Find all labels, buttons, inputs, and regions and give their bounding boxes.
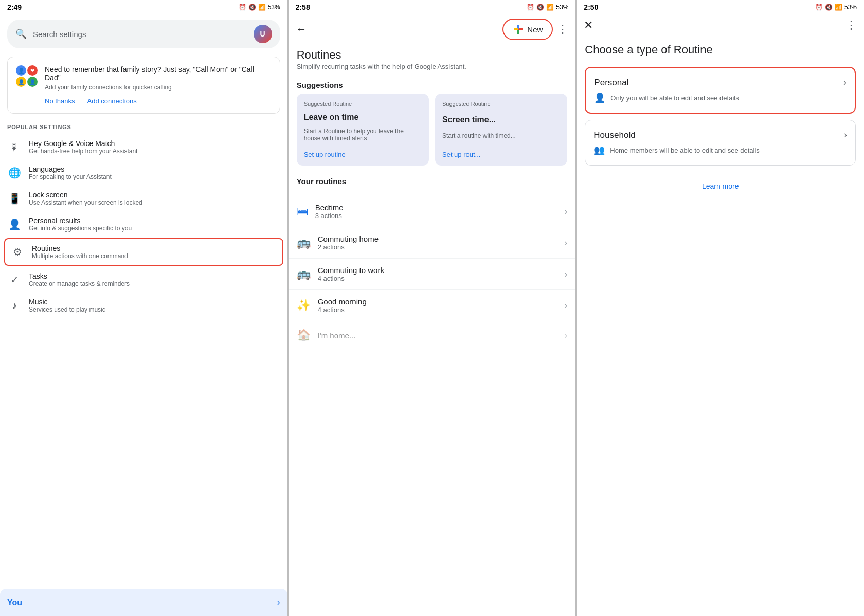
more-button-3[interactable]: ⋮ [845,19,857,32]
tasks-icon: ✓ [7,273,22,287]
setting-routines[interactable]: ⚙ Routines Multiple actions with one com… [4,238,283,266]
setting-personal-results[interactable]: 👤 Personal results Get info & suggestion… [0,211,287,237]
setting-name: Personal results [29,216,280,225]
mute-icon-3: 🔇 [825,4,833,11]
suggestion-title: Leave on time [304,113,422,122]
languages-icon: 🌐 [7,166,22,180]
personal-option-title: Personal [594,78,628,88]
family-icon-blue: 👤 [16,65,26,76]
close-button[interactable]: ✕ [584,19,593,32]
status-icons-1: ⏰ 🔇 📶 53% [239,4,280,11]
household-option-header: Household › [593,130,847,140]
setting-text: Lock screen Use Assistant when your scre… [29,191,280,206]
wifi-icon-2: 📶 [546,4,554,11]
household-chevron-icon: › [844,130,847,140]
setting-text: Routines Multiple actions with one comma… [32,244,277,260]
svg-rect-3 [517,30,519,34]
household-desc: Home members will be able to edit and se… [610,147,759,154]
household-icon: 👥 [593,144,605,156]
more-button[interactable]: ⋮ [557,23,568,36]
settings-list: 🎙 Hey Google & Voice Match Get hands-fre… [0,134,287,318]
routine-name: I'm home... [318,331,565,340]
personal-option-sub: 👤 Only you will be able to edit and see … [594,92,847,103]
screen2-topbar: ← New ⋮ [289,14,576,44]
promo-actions: No thanks Add connections [45,97,272,105]
routine-item-good-morning[interactable]: ✨ Good morning 4 actions › [289,290,576,321]
popular-settings-label: POPULAR SETTINGS [0,117,287,134]
new-routine-button[interactable]: New [502,19,553,40]
google-plus-icon [513,24,524,35]
household-option-sub: 👥 Home members will be able to edit and … [593,144,847,156]
setting-desc: For speaking to your Assistant [29,173,280,180]
you-section[interactable]: You › [0,589,287,616]
setting-music[interactable]: ♪ Music Services used to play music [0,293,287,318]
suggestion-desc-1: Start a routine with timed... [442,132,560,139]
setting-text: Personal results Get info & suggestions … [29,216,280,232]
household-option-card[interactable]: Household › 👥 Home members will be able … [585,120,856,166]
setting-name: Routines [32,244,277,252]
suggestion-desc: Start a Routine to help you leave the ho… [304,128,422,142]
battery-icon-2: 53% [556,4,568,11]
routine-chevron: › [564,330,567,341]
setting-text: Languages For speaking to your Assistant [29,165,280,180]
setting-name: Music [29,298,280,306]
battery-icon-3: 53% [844,4,857,11]
wifi-icon-3: 📶 [835,4,842,11]
household-option-title: Household [593,130,635,140]
promo-title: Need to remember that family story? Just… [45,65,272,82]
page-title-3: Choose a type of Routine [577,36,864,67]
setting-text: Hey Google & Voice Match Get hands-free … [29,139,280,155]
routine-item-commuting-work[interactable]: 🚌 Commuting to work 4 actions › [289,259,576,290]
setting-tasks[interactable]: ✓ Tasks Create or manage tasks & reminde… [0,267,287,293]
setting-name: Hey Google & Voice Match [29,139,280,148]
suggestion-card-0[interactable]: Suggested Routine Leave on time Start a … [297,94,429,166]
personal-option-card[interactable]: Personal › 👤 Only you will be able to ed… [585,67,856,114]
topbar-actions: New ⋮ [502,19,568,40]
routine-text: I'm home... [318,331,565,340]
add-connections-button[interactable]: Add connections [87,97,137,105]
wifi-icon: 📶 [258,4,266,11]
search-bar[interactable]: 🔍 Search settings U [7,20,280,48]
avatar[interactable]: U [254,25,272,43]
routine-item-commuting-home[interactable]: 🚌 Commuting home 2 actions › [289,227,576,259]
routine-name: Commuting home [318,234,565,243]
set-up-routine-link-1[interactable]: Set up rout... [442,151,560,158]
setting-languages[interactable]: 🌐 Languages For speaking to your Assista… [0,160,287,186]
routine-chevron: › [564,269,567,280]
you-chevron: › [277,597,280,608]
routine-text: Bedtime 3 actions [315,203,565,220]
screen2-routines: 2:58 ⏰ 🔇 📶 53% ← [289,0,576,616]
status-bar-1: 2:49 ⏰ 🔇 📶 53% [0,0,287,14]
status-bar-3: 2:50 ⏰ 🔇 📶 53% [577,0,864,14]
routine-chevron: › [564,238,567,248]
suggestions-header: Suggestions [289,77,576,94]
mute-icon-2: 🔇 [536,4,544,11]
status-icons-2: ⏰ 🔇 📶 53% [527,4,568,11]
setting-lock-screen[interactable]: 📱 Lock screen Use Assistant when your sc… [0,186,287,211]
routine-text: Commuting to work 4 actions [318,266,565,282]
battery-icon: 53% [268,4,280,11]
setting-name: Tasks [29,272,280,280]
setting-hey-google[interactable]: 🎙 Hey Google & Voice Match Get hands-fre… [0,134,287,160]
promo-subtitle: Add your family connections for quicker … [45,84,272,91]
routine-chevron: › [564,300,567,311]
no-thanks-button[interactable]: No thanks [45,97,75,105]
family-icon-yellow: 👤 [16,77,26,87]
routine-item-bedtime[interactable]: 🛏 Bedtime 3 actions › [289,196,576,227]
commuting-home-icon: 🚌 [297,236,311,249]
personal-chevron-icon: › [843,77,847,88]
good-morning-icon: ✨ [297,299,311,312]
back-button[interactable]: ← [296,23,307,36]
personal-icon: 👤 [594,92,605,103]
suggestion-tag: Suggested Routine [304,101,422,107]
routine-item-im-home[interactable]: 🏠 I'm home... › [289,321,576,349]
new-button-label: New [527,25,543,34]
setting-desc: Get info & suggestions specific to you [29,225,280,232]
promo-card: 👤 ❤ 👤 👤 Need to remember that family sto… [7,57,280,114]
learn-more-link[interactable]: Learn more [577,172,864,201]
suggestion-card-1[interactable]: Suggested Routine Screen time... Start a… [435,94,567,166]
routine-actions: 3 actions [315,212,565,220]
set-up-routine-link-0[interactable]: Set up routine [304,151,422,158]
mute-icon: 🔇 [248,4,256,11]
routines-list: 🛏 Bedtime 3 actions › 🚌 Commuting home 2… [289,190,576,349]
